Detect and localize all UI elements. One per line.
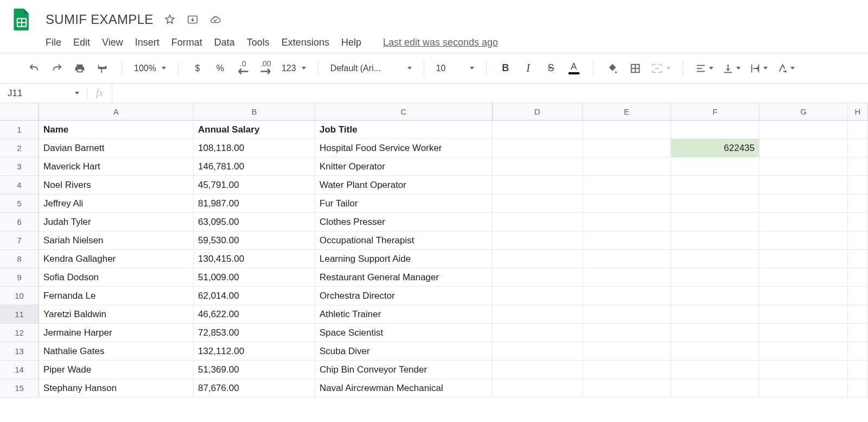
row-header[interactable]: 13 <box>0 342 39 361</box>
cell[interactable] <box>848 342 868 361</box>
row-header[interactable]: 6 <box>0 213 39 231</box>
cell[interactable]: Knitter Operator <box>315 158 493 176</box>
cell[interactable] <box>671 324 760 342</box>
bold-button[interactable]: B <box>499 61 513 76</box>
cell[interactable] <box>671 176 760 194</box>
last-edit-link[interactable]: Last edit was seconds ago <box>383 37 498 48</box>
cell[interactable] <box>493 194 583 213</box>
cell[interactable] <box>493 213 583 231</box>
cell[interactable] <box>493 250 583 268</box>
cell[interactable]: 146,781.00 <box>194 158 315 176</box>
cell[interactable] <box>493 379 583 398</box>
cell[interactable] <box>760 250 848 268</box>
cell[interactable] <box>760 194 848 213</box>
cell[interactable]: Chip Bin Conveyor Tender <box>315 361 493 379</box>
font-family-dropdown[interactable]: Default (Ari... <box>330 64 412 73</box>
cell[interactable] <box>493 305 583 324</box>
cell[interactable]: Hospital Food Service Worker <box>315 139 493 158</box>
cell[interactable] <box>583 231 671 250</box>
spreadsheet-grid[interactable]: A B C D E F G H 1 Name Annual Salary Job… <box>0 103 868 398</box>
paint-format-icon[interactable] <box>95 61 110 76</box>
cell[interactable] <box>671 305 760 324</box>
cell[interactable] <box>671 342 760 361</box>
cell[interactable] <box>760 287 848 305</box>
cell[interactable] <box>760 342 848 361</box>
cell[interactable]: Fernanda Le <box>39 287 194 305</box>
cell[interactable] <box>493 176 583 194</box>
row-header[interactable]: 14 <box>0 361 39 379</box>
cell[interactable] <box>760 305 848 324</box>
decrease-decimal-button[interactable]: .0 <box>236 61 250 76</box>
cell[interactable] <box>493 139 583 158</box>
cell[interactable]: 132,112.00 <box>194 342 315 361</box>
menu-data[interactable]: Data <box>214 37 235 48</box>
menu-insert[interactable]: Insert <box>135 37 159 48</box>
col-header-G[interactable]: G <box>760 103 848 121</box>
cell[interactable]: Space Scientist <box>315 324 493 342</box>
row-header[interactable]: 10 <box>0 287 39 305</box>
cell[interactable]: Naval Aircrewman Mechanical <box>315 379 493 398</box>
cell[interactable] <box>760 361 848 379</box>
row-header[interactable]: 2 <box>0 139 39 158</box>
menu-format[interactable]: Format <box>171 37 202 48</box>
menu-tools[interactable]: Tools <box>247 37 270 48</box>
cell[interactable] <box>848 139 868 158</box>
cell[interactable] <box>583 379 671 398</box>
cell[interactable]: Yaretzi Baldwin <box>39 305 194 324</box>
cell[interactable] <box>671 361 760 379</box>
undo-icon[interactable] <box>27 61 41 76</box>
cell[interactable] <box>760 324 848 342</box>
cell[interactable] <box>671 250 760 268</box>
vertical-align-button[interactable] <box>722 61 741 76</box>
col-header-A[interactable]: A <box>39 103 194 121</box>
cell[interactable] <box>760 176 848 194</box>
col-header-C[interactable]: C <box>315 103 493 121</box>
cell[interactable]: Davian Barnett <box>39 139 194 158</box>
cell[interactable] <box>848 158 868 176</box>
cell[interactable]: Clothes Presser <box>315 213 493 231</box>
col-header-E[interactable]: E <box>583 103 671 121</box>
cell-F2[interactable]: 622435 <box>671 139 760 158</box>
row-header[interactable]: 3 <box>0 158 39 176</box>
cell[interactable] <box>760 158 848 176</box>
cell[interactable]: Water Plant Operator <box>315 176 493 194</box>
row-header[interactable]: 15 <box>0 379 39 398</box>
row-header[interactable]: 4 <box>0 176 39 194</box>
cell[interactable]: Scuba Diver <box>315 342 493 361</box>
menu-edit[interactable]: Edit <box>73 37 90 48</box>
format-percent-button[interactable]: % <box>213 61 227 76</box>
fill-color-button[interactable] <box>605 61 620 76</box>
cell[interactable]: Job Title <box>315 121 493 139</box>
zoom-dropdown[interactable]: 100% <box>134 64 166 73</box>
cell[interactable] <box>848 121 868 139</box>
star-icon[interactable] <box>163 13 176 26</box>
cell[interactable] <box>671 268 760 287</box>
cell[interactable] <box>493 324 583 342</box>
text-color-button[interactable]: A <box>567 61 581 76</box>
cloud-status-icon[interactable] <box>209 13 222 26</box>
cell[interactable] <box>583 158 671 176</box>
cell[interactable]: Name <box>39 121 194 139</box>
italic-button[interactable]: I <box>521 61 535 76</box>
cell[interactable] <box>583 268 671 287</box>
cell[interactable] <box>671 213 760 231</box>
more-formats-dropdown[interactable]: 123 <box>282 64 306 73</box>
cell[interactable]: Annual Salary <box>194 121 315 139</box>
row-header[interactable]: 8 <box>0 250 39 268</box>
cell[interactable] <box>583 342 671 361</box>
cell[interactable]: 51,009.00 <box>194 268 315 287</box>
col-header-D[interactable]: D <box>493 103 583 121</box>
cell[interactable] <box>848 213 868 231</box>
format-currency-button[interactable]: $ <box>190 61 205 76</box>
cell[interactable] <box>671 379 760 398</box>
cell[interactable] <box>848 379 868 398</box>
font-size-dropdown[interactable]: 10 <box>436 64 474 73</box>
cell[interactable]: 81,987.00 <box>194 194 315 213</box>
cell[interactable] <box>583 194 671 213</box>
cell[interactable]: Restaurant General Manager <box>315 268 493 287</box>
cell[interactable] <box>583 361 671 379</box>
menu-help[interactable]: Help <box>341 37 361 48</box>
cell[interactable] <box>493 158 583 176</box>
cell[interactable] <box>671 121 760 139</box>
name-box[interactable]: J11 <box>0 88 87 99</box>
